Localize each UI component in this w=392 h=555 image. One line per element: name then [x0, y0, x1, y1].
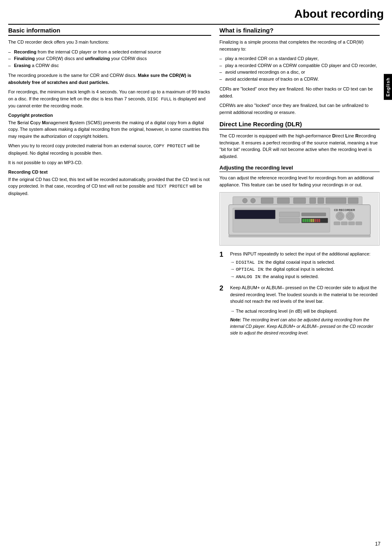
note-plus: + — [293, 324, 295, 329]
step-1-content: Press INPUT repeatedly to select the inp… — [230, 251, 380, 280]
svg-rect-12 — [311, 219, 312, 222]
english-tab: English — [384, 74, 392, 100]
svg-rect-13 — [313, 219, 314, 222]
svg-rect-34 — [318, 198, 324, 204]
copy-protect-mono: COPY PROTECT — [153, 144, 186, 149]
basic-info-para1: The recording procedure is the same for … — [8, 72, 211, 86]
svg-rect-9 — [304, 219, 306, 222]
svg-rect-32 — [293, 198, 306, 204]
svg-rect-35 — [326, 198, 346, 204]
svg-rect-24 — [356, 222, 362, 225]
function-unfinalizing-bold: unfinalizing — [85, 56, 110, 61]
cd-text-para: If the original CD has CD text, this tex… — [8, 176, 211, 197]
function-erasing-bold: Erasing — [14, 63, 30, 68]
step-2-content: Keep ALBUM+ or ALBUM– pressed on the CD … — [230, 284, 380, 339]
functions-list: Recording from the internal CD player or… — [8, 49, 211, 69]
dlr-heading: Direct Line Recording (DLR) — [219, 121, 380, 130]
steps-list: 1 Press INPUT repeatedly to select the i… — [219, 251, 380, 339]
note-minus: – — [316, 324, 319, 329]
function-finalizing-bold: Finalizing — [14, 56, 35, 61]
page-title: About recording — [294, 7, 384, 21]
disc-full-mono: DISC FULL — [148, 97, 172, 102]
svg-rect-14 — [314, 219, 316, 222]
device-diagram: CD RECORDER — [219, 192, 380, 246]
analog-in-mono: ANALOG IN — [236, 274, 260, 279]
adjusting-section: Adjusting the recording level You can ad… — [219, 165, 380, 339]
svg-rect-26 — [229, 235, 371, 237]
finalizing-item-4: avoid accidental erasure of tracks on a … — [219, 76, 380, 83]
step-2: 2 Keep ALBUM+ or ALBUM– pressed on the C… — [219, 284, 380, 339]
finalizing-list: play a recorded CDR on a standard CD pla… — [219, 55, 380, 82]
right-column: What is finalizing? Finalizing is a simp… — [219, 27, 380, 539]
step-2-text: Keep ALBUM+ or ALBUM– pressed on the CD … — [230, 284, 380, 305]
copyright-text3: It is not possible to copy an MP3-CD. — [8, 159, 211, 166]
svg-rect-31 — [277, 198, 290, 204]
svg-rect-5 — [279, 218, 300, 223]
finalizing-para1: CDRs are "locked" once they are finalize… — [219, 86, 380, 99]
svg-rect-11 — [309, 219, 310, 222]
svg-rect-3 — [235, 210, 275, 219]
svg-rect-16 — [318, 219, 320, 222]
top-border — [8, 24, 380, 25]
svg-rect-36 — [348, 198, 358, 204]
finalizing-item-1: play a recorded CDR on a standard CD pla… — [219, 55, 380, 62]
step-1-arrows: DIGITAL IN: the digital coaxial input is… — [230, 259, 380, 281]
finalizing-intro: Finalizing is a simple process that comp… — [219, 39, 380, 52]
svg-rect-8 — [302, 219, 304, 222]
svg-rect-10 — [307, 219, 308, 222]
album-plus: + — [257, 285, 260, 290]
device-svg: CD RECORDER — [220, 193, 379, 245]
dlr-l: L — [345, 133, 348, 138]
function-erasing: Erasing a CDRW disc — [8, 62, 211, 69]
basic-info-intro: The CD recorder deck offers you 3 main f… — [8, 39, 211, 46]
svg-rect-15 — [316, 219, 318, 222]
svg-rect-22 — [341, 222, 347, 225]
copyright-heading: Copyright protection — [8, 113, 211, 118]
svg-rect-33 — [310, 198, 316, 204]
finalizing-section: What is finalizing? Finalizing is a simp… — [219, 27, 380, 116]
copyright-text2: When you try to record copy protected ma… — [8, 142, 211, 156]
step-1-arrow-2: OPTICAL IN: the digital optical input is… — [230, 266, 380, 273]
main-content: Basic information The CD recorder deck o… — [8, 27, 380, 539]
basic-info-para2: For recordings, the minimum track length… — [8, 88, 211, 109]
dlr-d: D — [332, 133, 336, 138]
function-recording-bold: Recording — [14, 49, 36, 54]
step-2-note: Note: The recording level can also be ad… — [230, 317, 380, 336]
finalizing-para2: CDRWs are also "locked" once they are fi… — [219, 102, 380, 116]
note-label: Note: — [230, 317, 241, 322]
basic-info-para1-bold: Make sure the CDR(W) is absolutely free … — [8, 73, 191, 85]
adjusting-heading: Adjusting the recording level — [219, 165, 380, 172]
step-1-arrow-3: ANALOG IN: the analog input is selected. — [230, 273, 380, 281]
finalizing-item-2: play a recorded CDRW on a CDRW compatibl… — [219, 62, 380, 69]
cd-text-heading: Recording CD text — [8, 170, 211, 174]
svg-rect-6 — [302, 213, 326, 216]
step-1-arrow-1: DIGITAL IN: the digital coaxial input is… — [230, 259, 380, 266]
svg-point-29 — [251, 198, 256, 203]
adjusting-intro: You can adjust the reference recording l… — [219, 174, 380, 188]
dlr-section: Direct Line Recording (DLR) The CD recor… — [219, 121, 380, 160]
svg-rect-21 — [334, 222, 340, 225]
copyright-m: M — [42, 120, 46, 125]
finalizing-item-3: avoid unwanted recordings on a disc, or — [219, 69, 380, 76]
page-title-area: About recording — [294, 7, 384, 21]
svg-point-28 — [242, 198, 247, 203]
svg-rect-30 — [261, 198, 273, 204]
function-recording: Recording from the internal CD player or… — [8, 49, 211, 56]
dlr-text: The CD recorder is equipped with the hig… — [219, 132, 380, 160]
step-1-text: Press INPUT repeatedly to select the inp… — [230, 251, 371, 256]
step-1-number: 1 — [219, 251, 227, 280]
step-1: 1 Press INPUT repeatedly to select the i… — [219, 251, 380, 280]
svg-rect-4 — [279, 212, 300, 217]
step-2-arrow-1: The actual recording level (in dB) will … — [230, 308, 380, 315]
text-protect-mono: TEXT PROTECT — [156, 184, 188, 189]
finalizing-heading: What is finalizing? — [219, 27, 380, 36]
svg-point-18 — [337, 213, 343, 219]
copyright-text1: The Serial Copy Management System (SCMS)… — [8, 119, 211, 140]
function-finalizing: Finalizing your CDR(W) discs and unfinal… — [8, 55, 211, 62]
svg-rect-23 — [348, 222, 355, 225]
digital-in-mono: DIGITAL IN — [236, 260, 263, 265]
basic-info-heading: Basic information — [8, 27, 211, 36]
dlr-r: R — [355, 133, 359, 138]
page-number: 17 — [375, 541, 380, 547]
step-2-arrows: The actual recording level (in dB) will … — [230, 308, 380, 315]
